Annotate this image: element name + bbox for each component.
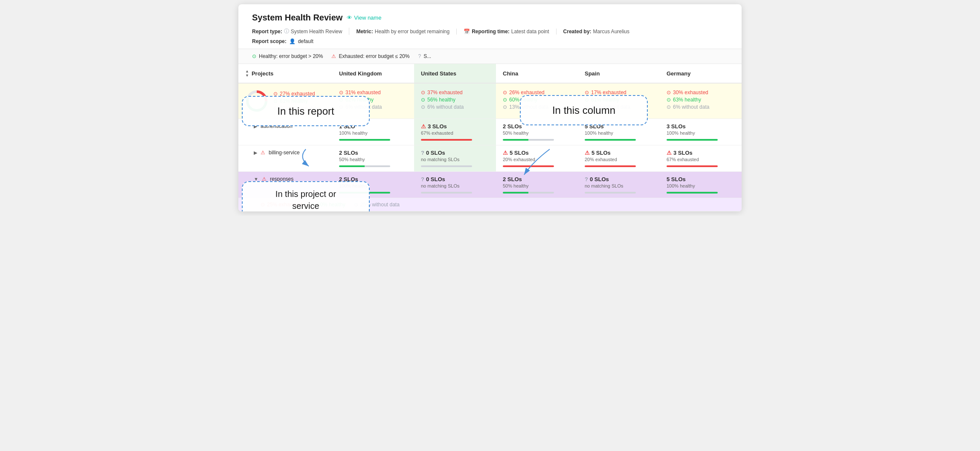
legend-exhausted: ⚠ Exhausted: error budget ≤ 20% xyxy=(331,53,409,59)
scope-value: default xyxy=(298,38,313,44)
col-header-projects: ▲▼ Projects xyxy=(238,64,332,83)
auth-project-name: authentication xyxy=(261,123,293,129)
billing-spain: ⚠ 5 SLOs 20% exhausted xyxy=(578,145,660,172)
report-type-value: System Health Review xyxy=(291,29,342,35)
billing-project-name: billing-service xyxy=(269,150,300,156)
auth-uk-sub: 100% healthy xyxy=(339,130,407,136)
eye-icon: 👁 xyxy=(347,14,352,21)
auth-china-bar xyxy=(503,139,554,141)
created-by-value: Marcus Aurelius xyxy=(593,29,629,35)
exhausted-stat-icon: ⊙ xyxy=(273,91,278,97)
auth-us-bar xyxy=(421,139,472,141)
healthy-stat-icon: ⊙ xyxy=(273,98,278,104)
auth-spain: 5 SLOs 100% healthy xyxy=(578,119,660,145)
responses-expanded-row: ⊙ 25% exhausted ⊙ 50% healthy ⊙ 25% with… xyxy=(238,198,742,211)
report-type-label: Report type: xyxy=(252,29,282,35)
uk-exhausted-icon: ⊙ xyxy=(339,90,343,95)
billing-china-alert: ⚠ xyxy=(503,150,508,156)
legend-row: ⊙ Healthy: error budget > 20% ⚠ Exhauste… xyxy=(238,49,742,64)
auth-uk-count: 1 SLO xyxy=(339,123,407,130)
view-name-link[interactable]: 👁 View name xyxy=(347,14,381,21)
error-icon: ⚠ xyxy=(261,150,265,156)
responses-row: ▼ ⚠ responses 2 SLOs 100% healthy xyxy=(238,172,742,198)
report-type-meta: Report type: ⓘ System Health Review xyxy=(252,28,349,35)
table-container: ▲▼ Projects United Kingdom United States… xyxy=(238,64,742,211)
summary-us: ⊙ 37% exhausted ⊙ 56% healthy ⊙ 6% witho… xyxy=(414,83,496,119)
col-header-china: China xyxy=(496,64,578,83)
col-header-germany: Germany xyxy=(660,64,742,83)
auth-us: ⚠ 3 SLOs 67% exhausted xyxy=(414,119,496,145)
summary-germany: ⊙ 30% exhausted ⊙ 63% healthy ⊙ 6% witho… xyxy=(660,83,742,119)
responses-uk: 2 SLOs 100% healthy xyxy=(332,172,414,198)
billing-spain-alert: ⚠ xyxy=(585,150,590,156)
reporting-time-label: Reporting time: xyxy=(472,29,510,35)
expand-icon[interactable]: ▶ xyxy=(254,150,257,156)
collapse-icon[interactable]: ▼ xyxy=(254,176,258,182)
auth-china: 2 SLOs 50% healthy xyxy=(496,119,578,145)
nodata-stat-icon: ⊙ xyxy=(273,105,278,111)
summary-project-cell: ⊙ 27% exhausted ⊙ 61% healthy ⊙ 11% with… xyxy=(238,83,332,119)
auth-germany-bar xyxy=(667,139,718,141)
summary-row: ⊙ 27% exhausted ⊙ 61% healthy ⊙ 11% with… xyxy=(238,83,742,119)
billing-us: ? 0 SLOs no matching SLOs xyxy=(414,145,496,172)
us-healthy-icon: ⊙ xyxy=(421,97,425,103)
col-header-spain: Spain xyxy=(578,64,660,83)
scope-row: Report scope: 👤 default xyxy=(252,38,728,49)
responses-china: 2 SLOs 50% healthy xyxy=(496,172,578,198)
report-header: System Health Review 👁 View name Report … xyxy=(238,4,742,49)
metric-value: Health by error budget remaining xyxy=(375,29,449,35)
main-table: ▲▼ Projects United Kingdom United States… xyxy=(238,64,742,211)
billing-uk: 2 SLOs 50% healthy xyxy=(332,145,414,172)
auth-spain-bar xyxy=(585,139,636,141)
billing-china: ⚠ 5 SLOs 20% exhausted xyxy=(496,145,578,172)
summary-exhausted: ⊙ 27% exhausted xyxy=(273,91,319,97)
summary-uk: ⊙ 31% exhausted ⊙ 62% healthy ⊙ 6% witho… xyxy=(332,83,414,119)
donut-chart xyxy=(245,90,268,113)
us-nodata-icon: ⊙ xyxy=(421,104,425,110)
summary-nodata: ⊙ 11% without data xyxy=(273,105,319,111)
reporting-time-value: Latest data point xyxy=(511,29,549,35)
healthy-label: Healthy: error budget > 20% xyxy=(259,53,323,59)
responses-germany: 5 SLOs 100% healthy xyxy=(660,172,742,198)
scope-label: Report scope: xyxy=(252,38,287,44)
billing-germany-alert: ⚠ xyxy=(667,150,672,156)
responses-us: ? 0 SLOs no matching SLOs xyxy=(414,172,496,198)
calendar-icon: 📅 xyxy=(464,29,470,35)
reporting-time-meta: 📅 Reporting time: Latest data point xyxy=(464,29,556,35)
table-row: ▶ ⚠ billing-service 2 SLOs 50% healthy xyxy=(238,145,742,172)
auth-us-count: ⚠ 3 SLOs xyxy=(421,123,489,130)
exhausted-icon: ⚠ xyxy=(331,53,336,59)
uk-nodata-icon: ⊙ xyxy=(339,104,343,110)
responses-project-name: responses xyxy=(270,176,293,182)
legend-question: ? S... xyxy=(418,53,431,59)
info-icon[interactable]: ⓘ xyxy=(284,28,289,35)
auth-germany: 3 SLOs 100% healthy xyxy=(660,119,742,145)
auth-project-cell: ▶ authentication xyxy=(238,119,332,145)
exhausted-label: Exhausted: error budget ≤ 20% xyxy=(339,53,409,59)
summary-spain: ⊙ 17% exhausted ⊙ 61% healthy ⊙ 20% with… xyxy=(578,83,660,119)
summary-healthy: ⊙ 61% healthy xyxy=(273,98,319,104)
created-by-label: Created by: xyxy=(563,29,591,35)
question-icon: ? xyxy=(418,53,421,59)
billing-project-cell: ▶ ⚠ billing-service xyxy=(238,145,332,172)
sort-icon[interactable]: ▲▼ xyxy=(245,69,249,78)
expand-icon[interactable]: ▶ xyxy=(254,124,257,129)
responses-project-cell: ▼ ⚠ responses xyxy=(238,172,332,198)
col-header-uk: United Kingdom xyxy=(332,64,414,83)
auth-us-alert-icon: ⚠ xyxy=(421,123,426,130)
auth-uk-bar xyxy=(339,139,390,141)
healthy-icon: ⊙ xyxy=(252,53,256,59)
summary-china: ⊙ 26% exhausted ⊙ 60% healthy ⊙ 13% with… xyxy=(496,83,578,119)
billing-us-question-icon: ? xyxy=(421,150,424,156)
table-row: ▶ authentication 1 SLO 100% healthy xyxy=(238,119,742,145)
us-exhausted-icon: ⊙ xyxy=(421,90,425,95)
metric-meta: Metric: Health by error budget remaining xyxy=(356,29,457,35)
auth-uk: 1 SLO 100% healthy xyxy=(332,119,414,145)
uk-healthy-icon: ⊙ xyxy=(339,97,343,103)
col-projects-label: Projects xyxy=(252,70,273,77)
report-title: System Health Review xyxy=(252,13,342,23)
billing-germany: ⚠ 3 SLOs 67% exhausted xyxy=(660,145,742,172)
auth-us-sub: 67% exhausted xyxy=(421,130,489,136)
scope-icon: 👤 xyxy=(289,38,296,44)
metric-label: Metric: xyxy=(356,29,373,35)
